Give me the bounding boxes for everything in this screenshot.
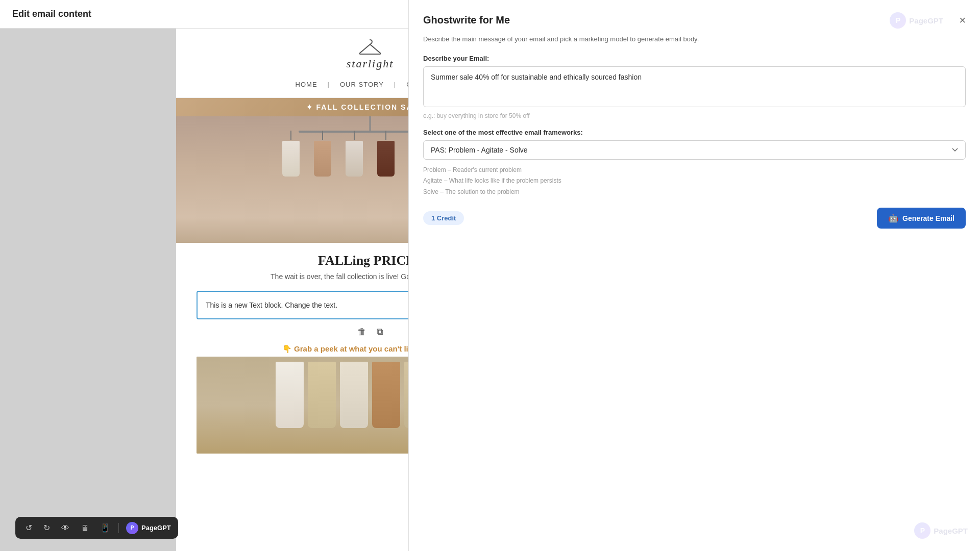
nav-item-story: OUR STORY — [340, 81, 384, 88]
tall-garment-1 — [276, 362, 304, 428]
hanger-icon — [358, 39, 382, 57]
pagegpt-circle-top: P — [890, 12, 906, 29]
mobile-view-button[interactable]: 📱 — [97, 521, 113, 535]
close-button[interactable]: × — [959, 15, 966, 26]
ghostwrite-panel: P PageGPT Ghostwrite for Me × Describe t… — [408, 0, 980, 551]
garment-2 — [314, 131, 331, 177]
left-sidebar — [0, 29, 176, 551]
page-title: Edit email content — [12, 9, 91, 19]
panel-header: Ghostwrite for Me × — [423, 14, 966, 26]
email-describe-input[interactable] — [423, 66, 966, 107]
credit-badge: 1 Credit — [423, 211, 464, 225]
placeholder-hint: e.g.: buy everything in store for 50% of… — [423, 112, 966, 119]
undo-button[interactable]: ↺ — [22, 521, 35, 535]
preview-button[interactable]: 👁 — [58, 521, 72, 535]
undo-icon: ↺ — [26, 523, 32, 533]
pagegpt-text: PageGPT — [141, 524, 171, 532]
eye-icon: 👁 — [61, 523, 69, 533]
tall-garment-2 — [308, 362, 336, 428]
pagegpt-watermark-top: PageGPT — [909, 16, 943, 25]
nav-separator-2: | — [394, 81, 396, 88]
framework-label: Select one of the most effective email f… — [423, 129, 966, 136]
redo-button[interactable]: ↻ — [40, 521, 53, 535]
panel-title: Ghostwrite for Me — [423, 14, 510, 26]
framework-desc-problem: Problem – Reader's current problem — [423, 165, 966, 176]
redo-icon: ↻ — [43, 523, 50, 533]
desktop-icon: 🖥 — [81, 523, 89, 533]
framework-select[interactable]: PAS: Problem - Agitate - Solve AIDA: Att… — [423, 140, 966, 160]
copy-button[interactable]: ⧉ — [375, 324, 385, 339]
framework-description: Problem – Reader's current problem Agita… — [423, 165, 966, 198]
pagegpt-watermark-bottom: PageGPT — [934, 527, 968, 535]
generate-icon: 🤖 — [888, 213, 898, 223]
garment-1 — [282, 131, 300, 177]
nav-item-home: HOME — [296, 81, 317, 88]
panel-subtitle: Describe the main message of your email … — [423, 34, 966, 44]
bottom-actions: 1 Credit 🤖 Generate Email — [423, 208, 966, 229]
text-block-content: This is a new Text block. Change the tex… — [206, 301, 337, 309]
tall-garment-3 — [340, 362, 368, 428]
desktop-view-button[interactable]: 🖥 — [78, 521, 92, 535]
describe-label: Describe your Email: — [423, 55, 966, 62]
rack-pole — [370, 116, 371, 131]
nav-separator-1: | — [328, 81, 330, 88]
pagegpt-circle-bottom: P — [914, 522, 930, 539]
garment-3 — [346, 131, 363, 177]
bottom-toolbar: ↺ ↻ 👁 🖥 📱 P PageGPT — [15, 517, 178, 539]
garment-4 — [377, 131, 395, 177]
toolbar-pagegpt-logo: P PageGPT — [126, 522, 171, 534]
pagegpt-logo-top: P PageGPT — [890, 12, 943, 29]
toolbar-divider — [118, 523, 119, 533]
mobile-icon: 📱 — [100, 523, 110, 533]
framework-desc-agitate: Agitate – What life looks like if the pr… — [423, 176, 966, 187]
brand-name: starlight — [347, 57, 394, 70]
pagegpt-logo-bottom: P PageGPT — [914, 522, 968, 539]
delete-button[interactable]: 🗑 — [355, 324, 369, 339]
generate-label: Generate Email — [902, 214, 954, 222]
pagegpt-circle-icon: P — [126, 522, 138, 534]
framework-desc-solve: Solve – The solution to the problem — [423, 187, 966, 198]
tall-garment-4 — [372, 362, 400, 428]
generate-email-button[interactable]: 🤖 Generate Email — [877, 208, 966, 229]
